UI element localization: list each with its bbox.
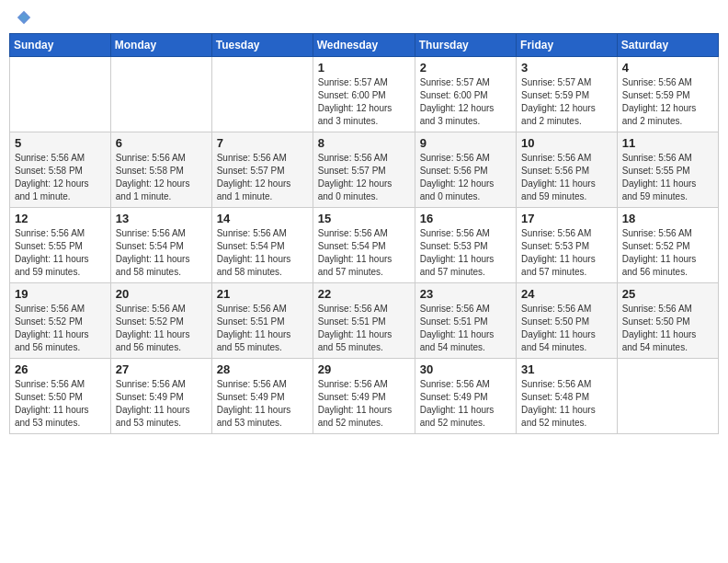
day-info: Sunrise: 5:56 AM Sunset: 5:56 PM Dayligh… — [521, 152, 612, 203]
calendar-day-header: Thursday — [415, 34, 516, 57]
day-number: 4 — [622, 61, 713, 75]
day-info: Sunrise: 5:56 AM Sunset: 5:48 PM Dayligh… — [521, 378, 612, 430]
calendar-day-header: Tuesday — [211, 34, 313, 57]
day-number: 2 — [420, 61, 511, 75]
calendar-cell: 27Sunrise: 5:56 AM Sunset: 5:49 PM Dayli… — [110, 359, 211, 434]
calendar-table: SundayMondayTuesdayWednesdayThursdayFrid… — [9, 33, 719, 434]
day-info: Sunrise: 5:56 AM Sunset: 5:55 PM Dayligh… — [15, 227, 106, 279]
day-number: 22 — [318, 287, 410, 301]
day-number: 28 — [217, 362, 308, 376]
day-info: Sunrise: 5:56 AM Sunset: 5:52 PM Dayligh… — [15, 303, 106, 354]
day-number: 11 — [622, 136, 713, 150]
calendar-week-row: 1Sunrise: 5:57 AM Sunset: 6:00 PM Daylig… — [10, 57, 719, 132]
day-info: Sunrise: 5:57 AM Sunset: 6:00 PM Dayligh… — [420, 76, 511, 128]
day-number: 21 — [217, 287, 308, 301]
calendar-cell: 5Sunrise: 5:56 AM Sunset: 5:58 PM Daylig… — [10, 132, 111, 208]
day-info: Sunrise: 5:56 AM Sunset: 5:51 PM Dayligh… — [217, 303, 308, 354]
day-info: Sunrise: 5:56 AM Sunset: 5:49 PM Dayligh… — [116, 378, 207, 430]
day-info: Sunrise: 5:56 AM Sunset: 5:51 PM Dayligh… — [420, 303, 511, 354]
calendar-cell: 16Sunrise: 5:56 AM Sunset: 5:53 PM Dayli… — [415, 208, 516, 283]
day-info: Sunrise: 5:56 AM Sunset: 5:59 PM Dayligh… — [622, 76, 713, 128]
calendar-week-row: 19Sunrise: 5:56 AM Sunset: 5:52 PM Dayli… — [10, 283, 719, 359]
day-number: 13 — [116, 212, 207, 225]
calendar-cell: 11Sunrise: 5:56 AM Sunset: 5:55 PM Dayli… — [617, 132, 718, 208]
day-number: 24 — [521, 287, 612, 301]
logo-icon — [16, 9, 32, 26]
day-number: 7 — [217, 136, 308, 150]
day-info: Sunrise: 5:57 AM Sunset: 6:00 PM Dayligh… — [318, 76, 410, 128]
day-info: Sunrise: 5:56 AM Sunset: 5:51 PM Dayligh… — [318, 303, 410, 354]
calendar-header-row: SundayMondayTuesdayWednesdayThursdayFrid… — [10, 34, 719, 57]
calendar-cell: 17Sunrise: 5:56 AM Sunset: 5:53 PM Dayli… — [517, 208, 618, 283]
day-number: 17 — [521, 212, 612, 225]
day-number: 16 — [420, 212, 511, 225]
day-info: Sunrise: 5:56 AM Sunset: 5:52 PM Dayligh… — [622, 227, 713, 279]
calendar-cell — [617, 359, 718, 434]
calendar-day-header: Sunday — [10, 34, 111, 57]
day-info: Sunrise: 5:56 AM Sunset: 5:57 PM Dayligh… — [217, 152, 308, 203]
day-number: 27 — [116, 362, 207, 376]
calendar-cell: 28Sunrise: 5:56 AM Sunset: 5:49 PM Dayli… — [211, 359, 313, 434]
calendar-cell: 14Sunrise: 5:56 AM Sunset: 5:54 PM Dayli… — [211, 208, 313, 283]
day-info: Sunrise: 5:56 AM Sunset: 5:58 PM Dayligh… — [116, 152, 207, 203]
calendar-cell — [10, 57, 111, 132]
calendar-cell: 20Sunrise: 5:56 AM Sunset: 5:52 PM Dayli… — [110, 283, 211, 359]
day-info: Sunrise: 5:56 AM Sunset: 5:50 PM Dayligh… — [15, 378, 106, 430]
calendar-cell: 26Sunrise: 5:56 AM Sunset: 5:50 PM Dayli… — [10, 359, 111, 434]
day-info: Sunrise: 5:56 AM Sunset: 5:49 PM Dayligh… — [318, 378, 410, 430]
calendar-cell: 9Sunrise: 5:56 AM Sunset: 5:56 PM Daylig… — [415, 132, 516, 208]
calendar-cell: 2Sunrise: 5:57 AM Sunset: 6:00 PM Daylig… — [415, 57, 516, 132]
day-number: 15 — [318, 212, 410, 225]
calendar-cell: 15Sunrise: 5:56 AM Sunset: 5:54 PM Dayli… — [313, 208, 415, 283]
calendar-day-header: Friday — [517, 34, 618, 57]
calendar-week-row: 12Sunrise: 5:56 AM Sunset: 5:55 PM Dayli… — [10, 208, 719, 283]
calendar-cell — [211, 57, 313, 132]
calendar-cell: 10Sunrise: 5:56 AM Sunset: 5:56 PM Dayli… — [517, 132, 618, 208]
calendar-cell: 31Sunrise: 5:56 AM Sunset: 5:48 PM Dayli… — [517, 359, 618, 434]
day-number: 25 — [622, 287, 713, 301]
day-info: Sunrise: 5:56 AM Sunset: 5:58 PM Dayligh… — [15, 152, 106, 203]
calendar-cell: 13Sunrise: 5:56 AM Sunset: 5:54 PM Dayli… — [110, 208, 211, 283]
day-number: 10 — [521, 136, 612, 150]
calendar-cell: 6Sunrise: 5:56 AM Sunset: 5:58 PM Daylig… — [110, 132, 211, 208]
day-info: Sunrise: 5:57 AM Sunset: 5:59 PM Dayligh… — [521, 76, 612, 128]
day-number: 18 — [622, 212, 713, 225]
calendar-cell: 8Sunrise: 5:56 AM Sunset: 5:57 PM Daylig… — [313, 132, 415, 208]
calendar-week-row: 26Sunrise: 5:56 AM Sunset: 5:50 PM Dayli… — [10, 359, 719, 434]
day-number: 23 — [420, 287, 511, 301]
day-number: 20 — [116, 287, 207, 301]
calendar-cell — [110, 57, 211, 132]
day-number: 19 — [15, 287, 106, 301]
day-info: Sunrise: 5:56 AM Sunset: 5:53 PM Dayligh… — [521, 227, 612, 279]
calendar-cell: 30Sunrise: 5:56 AM Sunset: 5:49 PM Dayli… — [415, 359, 516, 434]
day-number: 5 — [15, 136, 106, 150]
calendar-cell: 29Sunrise: 5:56 AM Sunset: 5:49 PM Dayli… — [313, 359, 415, 434]
day-info: Sunrise: 5:56 AM Sunset: 5:52 PM Dayligh… — [116, 303, 207, 354]
day-number: 29 — [318, 362, 410, 376]
calendar-cell: 24Sunrise: 5:56 AM Sunset: 5:50 PM Dayli… — [517, 283, 618, 359]
calendar-cell: 25Sunrise: 5:56 AM Sunset: 5:50 PM Dayli… — [617, 283, 718, 359]
calendar-cell: 22Sunrise: 5:56 AM Sunset: 5:51 PM Dayli… — [313, 283, 415, 359]
day-info: Sunrise: 5:56 AM Sunset: 5:50 PM Dayligh… — [521, 303, 612, 354]
day-info: Sunrise: 5:56 AM Sunset: 5:56 PM Dayligh… — [420, 152, 511, 203]
calendar-day-header: Monday — [110, 34, 211, 57]
calendar-cell: 23Sunrise: 5:56 AM Sunset: 5:51 PM Dayli… — [415, 283, 516, 359]
day-info: Sunrise: 5:56 AM Sunset: 5:49 PM Dayligh… — [420, 378, 511, 430]
day-info: Sunrise: 5:56 AM Sunset: 5:54 PM Dayligh… — [116, 227, 207, 279]
calendar-cell: 4Sunrise: 5:56 AM Sunset: 5:59 PM Daylig… — [617, 57, 718, 132]
day-number: 30 — [420, 362, 511, 376]
calendar-day-header: Wednesday — [313, 34, 415, 57]
day-info: Sunrise: 5:56 AM Sunset: 5:53 PM Dayligh… — [420, 227, 511, 279]
day-number: 3 — [521, 61, 612, 75]
day-info: Sunrise: 5:56 AM Sunset: 5:54 PM Dayligh… — [318, 227, 410, 279]
day-info: Sunrise: 5:56 AM Sunset: 5:50 PM Dayligh… — [622, 303, 713, 354]
logo — [13, 9, 34, 26]
day-number: 8 — [318, 136, 410, 150]
day-info: Sunrise: 5:56 AM Sunset: 5:57 PM Dayligh… — [318, 152, 410, 203]
day-info: Sunrise: 5:56 AM Sunset: 5:49 PM Dayligh… — [217, 378, 308, 430]
calendar-cell: 21Sunrise: 5:56 AM Sunset: 5:51 PM Dayli… — [211, 283, 313, 359]
calendar-day-header: Saturday — [617, 34, 718, 57]
calendar-cell: 19Sunrise: 5:56 AM Sunset: 5:52 PM Dayli… — [10, 283, 111, 359]
day-number: 6 — [116, 136, 207, 150]
day-number: 31 — [521, 362, 612, 376]
